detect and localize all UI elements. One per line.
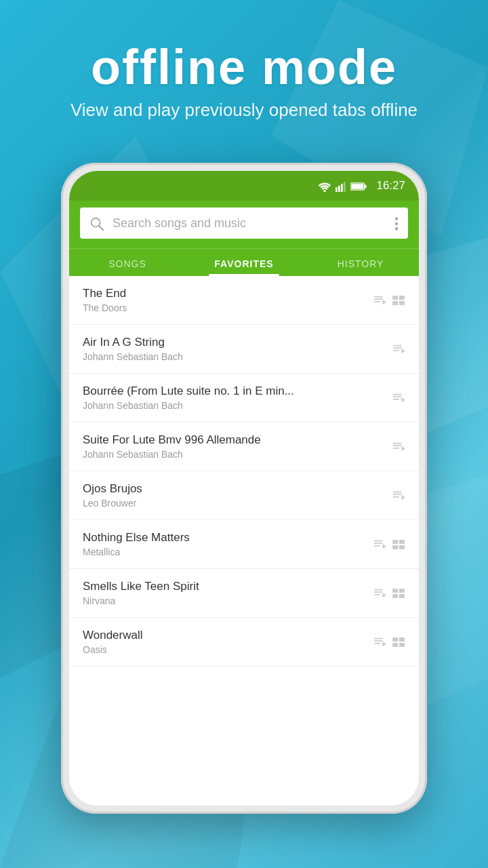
play-icon [392,391,405,405]
song-title: Smells Like Teen Spirit [83,580,366,593]
signal-icon [336,180,346,192]
grid-icon [392,537,405,551]
list-item[interactable]: Ojos Brujos Leo Brouwer [69,471,419,520]
svg-marker-24 [401,349,405,353]
svg-rect-39 [392,637,398,642]
song-title: Wonderwall [83,629,366,642]
list-item[interactable]: Air In A G String Johann Sebastian Bach [69,325,419,374]
song-artist: Johann Sebastian Bach [83,449,385,460]
play-icon [392,439,405,454]
page-subtitle: View and play previously opened tabs off… [0,100,488,121]
play-icon [373,537,386,551]
svg-marker-38 [382,642,386,646]
song-title: Suite For Lute Bmv 996 Allemande [83,433,385,447]
svg-rect-23 [399,301,405,305]
search-icon [89,215,104,231]
svg-rect-10 [344,182,346,192]
song-title: Nothing Else Matters [83,531,366,545]
svg-rect-40 [399,637,405,642]
svg-point-18 [395,227,399,231]
svg-marker-26 [401,446,405,451]
svg-rect-13 [352,184,364,189]
svg-rect-29 [392,540,398,544]
status-time: 16:27 [376,179,405,193]
svg-marker-28 [382,544,386,549]
svg-rect-30 [399,540,405,544]
svg-rect-35 [399,589,405,593]
tab-songs[interactable]: SONGS [69,249,186,276]
song-artist: Nirvana [83,595,366,606]
svg-rect-32 [399,545,405,549]
page-title: offline mode [0,41,488,94]
svg-marker-33 [382,593,386,597]
song-artist: Leo Brouwer [83,498,385,509]
grid-icon [392,586,405,600]
play-icon [373,635,386,649]
svg-line-15 [99,226,103,230]
wifi-icon [318,180,331,192]
tab-favorites[interactable]: FAVORITES [186,249,302,276]
song-artist: Johann Sebastian Bach [83,351,385,362]
svg-marker-19 [382,300,386,304]
svg-rect-31 [392,545,398,549]
song-list: The End The Doors [69,276,419,667]
song-title: Ojos Brujos [83,482,385,496]
svg-rect-7 [336,187,338,192]
svg-rect-8 [338,185,340,191]
svg-rect-12 [365,184,367,188]
list-item[interactable]: Smells Like Teen Spirit Nirvana [69,569,419,618]
svg-rect-20 [392,296,398,300]
svg-rect-41 [392,643,398,647]
play-icon [392,488,405,502]
grid-icon [392,635,405,649]
phone-frame: 16:27 Search songs and music [61,163,427,814]
svg-marker-25 [401,397,405,402]
search-bar[interactable]: Search songs and music [80,208,408,239]
play-icon [373,293,386,307]
list-item[interactable]: Nothing Else Matters Metallica [69,520,419,569]
song-artist: Johann Sebastian Bach [83,400,385,411]
svg-point-17 [395,222,399,226]
search-container: Search songs and music [69,201,419,248]
svg-rect-21 [399,296,405,300]
svg-point-6 [324,190,326,192]
list-item[interactable]: Bourrée (From Lute suite no. 1 in E min.… [69,374,419,422]
song-title: The End [83,287,366,300]
svg-rect-42 [399,643,405,647]
song-title: Air In A G String [83,336,385,349]
tabs-container: SONGS FAVORITES HISTORY [69,248,419,276]
play-icon [392,342,405,356]
list-item[interactable]: Suite For Lute Bmv 996 Allemande Johann … [69,422,419,471]
search-placeholder: Search songs and music [113,216,386,231]
svg-rect-9 [341,184,343,192]
list-item[interactable]: Wonderwall Oasis [69,618,419,667]
svg-rect-36 [392,594,398,598]
song-artist: Metallica [83,547,366,557]
song-title: Bourrée (From Lute suite no. 1 in E min.… [83,384,385,398]
svg-point-16 [395,218,399,221]
song-artist: Oasis [83,644,366,655]
svg-marker-27 [401,495,405,500]
list-item[interactable]: The End The Doors [69,276,419,325]
svg-rect-37 [399,594,405,598]
battery-icon [350,180,367,192]
svg-rect-22 [392,301,398,305]
more-icon[interactable] [394,214,399,232]
play-icon [373,586,386,600]
svg-rect-34 [392,589,398,593]
status-bar: 16:27 [69,171,419,201]
song-artist: The Doors [83,302,366,313]
tab-history[interactable]: HISTORY [302,249,419,276]
grid-icon [392,293,405,307]
